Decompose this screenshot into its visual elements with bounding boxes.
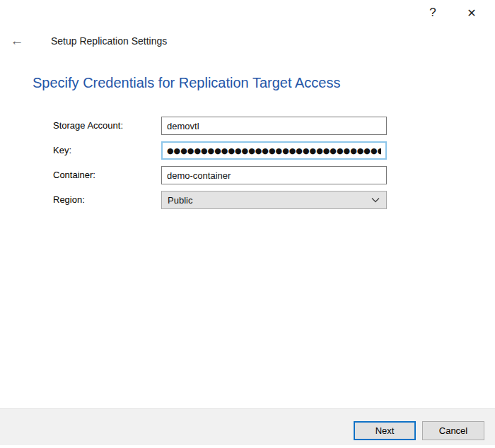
back-button[interactable]: ← (7, 32, 27, 50)
key-input[interactable] (161, 141, 387, 160)
chevron-down-icon (371, 197, 380, 203)
help-icon: ? (429, 6, 436, 20)
form-row-storage-account: Storage Account: (0, 117, 495, 135)
form-row-region: Region: Public (0, 191, 495, 209)
cancel-button[interactable]: Cancel (422, 421, 484, 440)
region-selected-value: Public (168, 195, 192, 206)
back-arrow-icon: ← (11, 33, 24, 49)
region-label: Region: (53, 191, 85, 209)
container-input[interactable] (161, 166, 387, 184)
next-button[interactable]: Next (354, 421, 416, 440)
help-button[interactable]: ? (422, 3, 443, 23)
key-label: Key: (53, 141, 71, 160)
storage-account-input[interactable] (161, 117, 387, 135)
close-icon: ✕ (467, 6, 476, 20)
region-dropdown[interactable]: Public (161, 191, 387, 209)
form-row-container: Container: (0, 166, 495, 184)
page-heading: Specify Credentials for Replication Targ… (33, 75, 340, 91)
wizard-title: Setup Replication Settings (51, 35, 167, 47)
form-row-key: Key: (0, 141, 495, 160)
wizard-dialog: ? ✕ ← Setup Replication Settings Specify… (0, 0, 495, 448)
storage-account-label: Storage Account: (53, 117, 123, 135)
close-button[interactable]: ✕ (461, 3, 482, 23)
container-label: Container: (53, 166, 95, 184)
footer-bar: Next Cancel (0, 408, 495, 445)
